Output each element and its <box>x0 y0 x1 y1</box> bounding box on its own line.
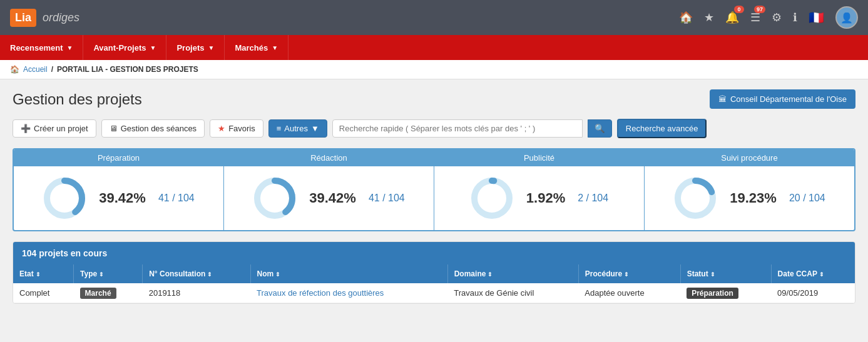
stat-card-header-1: Rédaction <box>224 149 434 166</box>
cell-nom: Travaux de réfection des gouttières <box>250 283 447 303</box>
stat-percent-0: 39.42% <box>99 190 146 206</box>
breadcrumb-home-link[interactable]: Accueil <box>23 65 48 74</box>
sort-icon-0: ⇕ <box>36 271 41 278</box>
search-icon: 🔍 <box>595 124 605 133</box>
cell-consultation: 2019118 <box>143 283 250 303</box>
donut-chart-1 <box>253 176 297 220</box>
svg-point-4 <box>474 181 509 216</box>
cell-procedure: Adaptée ouverte <box>578 283 680 303</box>
notification-badge: 0 <box>734 6 744 13</box>
stat-card-2[interactable]: Publicité 1.92% 2 / 104 <box>434 149 645 230</box>
page-title: Gestion des projets <box>13 91 142 108</box>
stat-card-body-3: 19.23% 20 / 104 <box>645 166 854 230</box>
stat-count-3: 20 / 104 <box>789 193 825 204</box>
sort-icon-4: ⇕ <box>488 271 493 278</box>
col-header-statut[interactable]: Statut⇕ <box>680 264 771 283</box>
col-header-type[interactable]: Type⇕ <box>74 264 143 283</box>
breadcrumb-current: PORTAIL LIA - GESTION DES PROJETS <box>57 65 198 74</box>
logo-area: Lia ordiges <box>10 9 79 27</box>
settings-icon[interactable]: ⚙ <box>772 11 782 24</box>
stat-card-3[interactable]: Suivi procédure 19.23% 20 / 104 <box>645 149 854 230</box>
info-icon[interactable]: ℹ <box>793 11 797 24</box>
stat-card-body-2: 1.92% 2 / 104 <box>434 166 644 230</box>
stat-count-0: 41 / 104 <box>158 193 195 204</box>
user-avatar[interactable]: 👤 <box>835 6 858 29</box>
sort-icon-7: ⇕ <box>819 271 824 278</box>
tasks-icon[interactable]: ☰ 97 <box>750 11 760 24</box>
stat-card-0[interactable]: Préparation 39.42% 41 / 104 <box>14 149 224 230</box>
table-section-header: 104 projets en cours <box>13 242 855 264</box>
stat-percent-1: 39.42% <box>309 190 356 206</box>
table-section: 104 projets en cours Etat⇕Type⇕N° Consul… <box>13 241 855 304</box>
sort-icon-5: ⇕ <box>624 271 629 278</box>
menu-label-projets: Projets <box>176 43 204 53</box>
col-header-proc-dure[interactable]: Procédure⇕ <box>578 264 680 283</box>
search-input[interactable] <box>332 119 583 138</box>
projects-count-label: 104 projets en cours <box>22 248 107 258</box>
stat-percent-3: 19.23% <box>730 190 777 206</box>
stat-card-1[interactable]: Rédaction 39.42% 41 / 104 <box>224 149 434 230</box>
institution-icon: 🏛 <box>718 94 727 104</box>
sort-icon-2: ⇕ <box>207 271 212 278</box>
sessions-icon: 🖥 <box>110 124 118 133</box>
others-button[interactable]: ≡ Autres ▼ <box>268 119 327 138</box>
tasks-badge: 97 <box>754 6 765 13</box>
others-arrow: ▼ <box>311 124 319 133</box>
menu-item-marches[interactable]: Marchés ▼ <box>225 35 288 60</box>
favorites-label: Favoris <box>228 124 255 133</box>
home-icon[interactable]: 🏠 <box>679 11 693 24</box>
cell-etat: Complet <box>13 283 74 303</box>
advanced-search-button[interactable]: Recherche avancée <box>617 119 707 138</box>
language-flag[interactable]: 🇫🇷 <box>809 10 824 25</box>
cell-domaine: Travaux de Génie civil <box>447 283 578 303</box>
toolbar: ➕ Créer un projet 🖥 Gestion des séances … <box>13 119 855 138</box>
main-content: Gestion des projets 🏛 Conseil Départemen… <box>0 79 868 314</box>
star-icon[interactable]: ★ <box>704 11 714 24</box>
table-row: Complet Marché 2019118 Travaux de réfect… <box>13 283 855 303</box>
menu-item-avant-projets[interactable]: Avant-Projets ▼ <box>83 35 166 60</box>
menu-item-recensement[interactable]: Recensement ▼ <box>0 35 83 60</box>
top-nav-icons: 🏠 ★ 🔔 0 ☰ 97 ⚙ ℹ 🇫🇷 👤 <box>679 6 858 29</box>
stat-card-header-2: Publicité <box>434 149 644 166</box>
stat-card-header-0: Préparation <box>14 149 223 166</box>
col-header-etat[interactable]: Etat⇕ <box>13 264 74 283</box>
menu-arrow-avant-projets: ▼ <box>150 44 156 51</box>
top-navigation: Lia ordiges 🏠 ★ 🔔 0 ☰ 97 ⚙ ℹ 🇫🇷 👤 <box>0 0 868 35</box>
donut-chart-2 <box>470 176 514 220</box>
search-button[interactable]: 🔍 <box>588 119 612 138</box>
col-header-n--consultation[interactable]: N° Consultation⇕ <box>143 264 250 283</box>
page-header: Gestion des projets 🏛 Conseil Départemen… <box>13 89 855 109</box>
plus-icon: ➕ <box>21 124 31 133</box>
col-header-nom[interactable]: Nom⇕ <box>250 264 447 283</box>
menu-arrow-projets: ▼ <box>208 44 214 51</box>
favorites-button[interactable]: ★ Favoris <box>210 119 263 138</box>
manage-sessions-label: Gestion des séances <box>121 124 197 133</box>
projects-table: Etat⇕Type⇕N° Consultation⇕Nom⇕Domaine⇕Pr… <box>13 264 855 303</box>
sort-icon-1: ⇕ <box>99 271 104 278</box>
col-header-domaine[interactable]: Domaine⇕ <box>447 264 578 283</box>
create-project-button[interactable]: ➕ Créer un projet <box>13 119 96 138</box>
others-label: Autres <box>284 124 308 133</box>
advanced-search-label: Recherche avancée <box>626 124 698 133</box>
stat-count-2: 2 / 104 <box>578 193 608 204</box>
col-header-date-ccap[interactable]: Date CCAP⇕ <box>771 264 855 283</box>
menu-arrow-marches: ▼ <box>272 44 278 51</box>
project-link[interactable]: Travaux de réfection des gouttières <box>257 288 384 298</box>
logo-box: Lia <box>10 9 36 27</box>
others-icon: ≡ <box>277 124 282 133</box>
type-badge: Marché <box>80 288 116 299</box>
stat-card-body-0: 39.42% 41 / 104 <box>14 166 223 230</box>
breadcrumb: 🏠 Accueil / PORTAIL LIA - GESTION DES PR… <box>0 60 868 79</box>
star-favorites-icon: ★ <box>218 124 225 133</box>
sort-icon-6: ⇕ <box>710 271 715 278</box>
stat-card-header-3: Suivi procédure <box>645 149 854 166</box>
cell-date: 09/05/2019 <box>771 283 855 303</box>
institution-button[interactable]: 🏛 Conseil Départemental de l'Oise <box>710 89 855 109</box>
manage-sessions-button[interactable]: 🖥 Gestion des séances <box>101 119 205 138</box>
donut-chart-3 <box>673 176 717 220</box>
stat-card-body-1: 39.42% 41 / 104 <box>224 166 434 230</box>
brand-name: ordiges <box>43 11 79 24</box>
notification-icon[interactable]: 🔔 0 <box>725 11 739 24</box>
menu-item-projets[interactable]: Projets ▼ <box>166 35 225 60</box>
table-header-row: Etat⇕Type⇕N° Consultation⇕Nom⇕Domaine⇕Pr… <box>13 264 855 283</box>
